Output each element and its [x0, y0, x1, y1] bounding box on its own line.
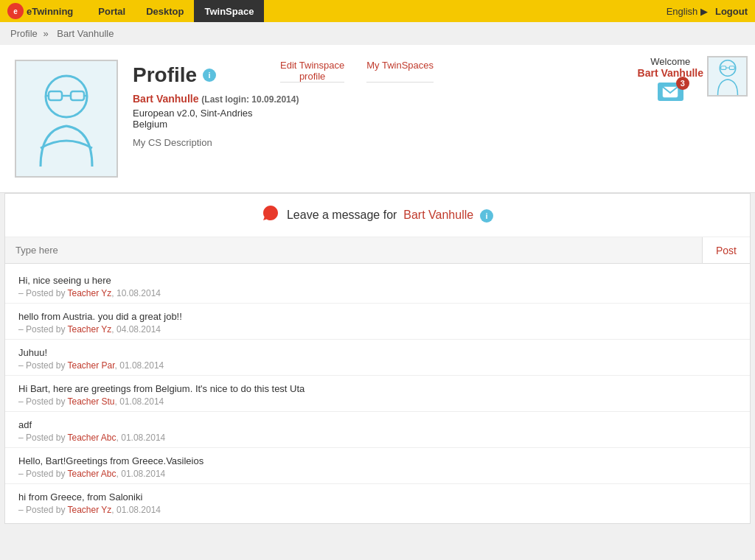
message-author[interactable]: Teacher Stu — [68, 396, 115, 407]
my-twinspaces-link[interactable]: My TwinSpaces — [366, 60, 434, 83]
nav-twinspace[interactable]: TwinSpace — [194, 0, 264, 22]
messages-list: Hi, nice seeing u here – Posted by Teach… — [5, 264, 750, 523]
message-text: Juhuu! — [18, 347, 737, 358]
breadcrumb-profile[interactable]: Profile — [10, 28, 38, 39]
welcome-name: Bart Vanhulle — [638, 67, 703, 79]
message-item: hello from Austria. you did a great job!… — [5, 304, 750, 340]
breadcrumb-current: Bart Vanhulle — [57, 28, 114, 39]
edit-twinspace-link[interactable]: Edit Twinspace profile — [280, 60, 344, 83]
last-login: (Last login: 10.09.2014) — [201, 94, 299, 105]
profile-avatar-small — [707, 56, 748, 97]
nav-portal[interactable]: Portal — [88, 0, 136, 22]
svg-rect-9 — [729, 66, 734, 69]
logo-text: eTwinning — [27, 6, 73, 17]
message-item: Hello, Bart!Greetings from Greece.Vasile… — [5, 448, 750, 484]
message-input[interactable] — [5, 237, 702, 263]
message-target-name: Bart Vanhulle — [403, 209, 473, 221]
message-author[interactable]: Teacher Par — [68, 360, 115, 371]
welcome-area: Welcome Bart Vanhulle 3 — [638, 56, 703, 101]
message-item: Juhuu! – Posted by Teacher Par, 01.08.20… — [5, 340, 750, 376]
message-item: Hi, nice seeing u here – Posted by Teach… — [5, 267, 750, 304]
comment-icon — [262, 204, 279, 226]
profile-country: Belgium — [133, 119, 740, 130]
message-meta: – Posted by Teacher Yz, 10.08.2014 — [18, 288, 737, 298]
welcome-text: Welcome — [638, 56, 703, 67]
message-author[interactable]: Teacher Yz — [68, 324, 112, 335]
profile-description: My CS Description — [133, 137, 740, 148]
nav-desktop[interactable]: Desktop — [136, 0, 194, 22]
message-text: Hi, nice seeing u here — [18, 275, 737, 286]
message-info-icon[interactable]: i — [480, 209, 493, 223]
message-item: adf – Posted by Teacher Abc, 01.08.2014 — [5, 412, 750, 448]
mail-badge[interactable]: 3 — [658, 83, 683, 101]
message-text: Hi Bart, here are greetings from Belgium… — [18, 383, 737, 394]
message-item: hi from Greece, from Saloniki – Posted b… — [5, 484, 750, 519]
message-header: Leave a message for Bart Vanhulle i — [5, 194, 750, 237]
message-title: Leave a message for Bart Vanhulle i — [287, 209, 493, 223]
message-section: Leave a message for Bart Vanhulle i Post… — [4, 193, 751, 524]
message-text: Hello, Bart!Greetings from Greece.Vasile… — [18, 455, 737, 466]
message-author[interactable]: Teacher Yz — [68, 288, 112, 298]
logout-button[interactable]: Logout — [715, 6, 748, 17]
section-wrapper: Leave a message for Bart Vanhulle i Post… — [0, 193, 755, 531]
message-meta: – Posted by Teacher Yz, 04.08.2014 — [18, 324, 737, 335]
message-author[interactable]: Teacher Yz — [68, 505, 112, 515]
svg-rect-1 — [49, 91, 62, 100]
profile-section: Profile i Bart Vanhulle (Last login: 10.… — [0, 45, 755, 193]
message-text: hello from Austria. you did a great job!… — [18, 311, 737, 322]
message-author[interactable]: Teacher Abc — [68, 469, 116, 479]
svg-rect-8 — [720, 66, 726, 69]
message-text: hi from Greece, from Saloniki — [18, 491, 737, 503]
message-meta: – Posted by Teacher Yz, 01.08.2014 — [18, 505, 737, 515]
message-meta: – Posted by Teacher Par, 01.08.2014 — [18, 360, 737, 371]
logo-icon: e — [7, 3, 24, 19]
breadcrumb-separator: » — [43, 28, 48, 39]
message-meta: – Posted by Teacher Stu, 01.08.2014 — [18, 396, 737, 407]
profile-info-icon[interactable]: i — [203, 69, 216, 82]
profile-location: European v2.0, Sint-Andries — [133, 108, 740, 119]
profile-links: Edit Twinspace profile My TwinSpaces — [280, 60, 434, 83]
svg-rect-2 — [71, 91, 84, 100]
nav-right: English ▶ Logout — [667, 6, 748, 17]
message-meta: – Posted by Teacher Abc, 01.08.2014 — [18, 433, 737, 443]
breadcrumb: Profile » Bart Vanhulle — [0, 22, 755, 45]
message-text: adf — [18, 419, 737, 430]
message-item: Hi Bart, here are greetings from Belgium… — [5, 376, 750, 412]
message-author[interactable]: Teacher Abc — [68, 433, 116, 443]
post-button[interactable]: Post — [702, 237, 750, 263]
language-selector[interactable]: English ▶ — [667, 6, 708, 17]
nav-items: Portal Desktop TwinSpace — [88, 0, 264, 22]
top-nav: e eTwinning Portal Desktop TwinSpace Eng… — [0, 0, 755, 22]
mail-count: 3 — [676, 77, 689, 90]
logo[interactable]: e eTwinning — [7, 3, 73, 19]
avatar — [15, 60, 118, 178]
message-input-area: Post — [5, 237, 750, 264]
message-meta: – Posted by Teacher Abc, 01.08.2014 — [18, 469, 737, 479]
